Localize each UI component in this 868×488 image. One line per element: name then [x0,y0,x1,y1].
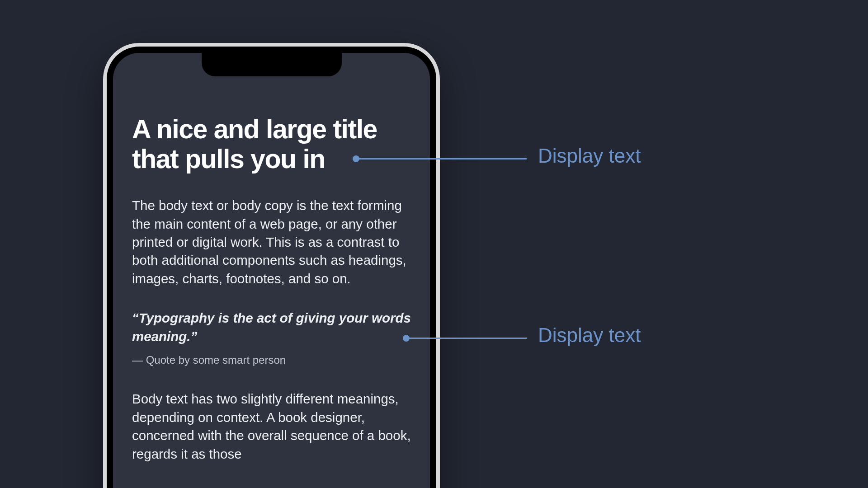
quote-attribution: — Quote by some smart person [132,352,411,368]
annotation-label-display-text: Display text [538,324,641,347]
phone-notch [202,53,342,76]
annotation-label-display-text: Display text [538,145,641,167]
phone-screen: A nice and large title that pulls you in… [113,53,430,488]
body-paragraph-2: Body text has two slightly different mea… [132,390,411,463]
phone-frame: A nice and large title that pulls you in… [103,43,440,488]
phone-bezel: A nice and large title that pulls you in… [107,47,436,488]
annotation-line-icon [406,338,527,339]
body-paragraph-1: The body text or body copy is the text f… [132,197,411,288]
annotation-line-icon [356,158,527,160]
display-title: A nice and large title that pulls you in [132,114,411,174]
pull-quote: “Typography is the act of giving your wo… [132,309,411,346]
